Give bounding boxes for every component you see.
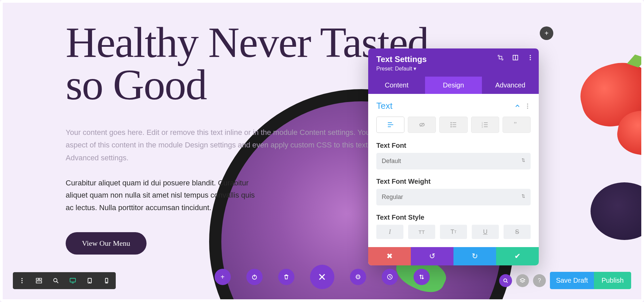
italic-button[interactable]: I bbox=[376, 225, 403, 239]
trash-button[interactable] bbox=[278, 269, 294, 285]
phone-view-button[interactable] bbox=[98, 273, 115, 288]
undo-icon: ↺ bbox=[429, 252, 435, 261]
panel-tabs: Content Design Advanced bbox=[368, 77, 539, 94]
kebab-icon[interactable] bbox=[527, 54, 534, 61]
builder-menu-button[interactable] bbox=[14, 273, 30, 288]
type-link-button[interactable] bbox=[408, 117, 436, 133]
svg-point-40 bbox=[106, 282, 107, 283]
style-label: Text Font Style bbox=[376, 214, 531, 221]
font-label: Text Font bbox=[376, 142, 531, 149]
section-title-text[interactable]: Text bbox=[376, 101, 393, 111]
font-select[interactable]: Default⇅ bbox=[376, 153, 531, 169]
redo-button[interactable]: ↻ bbox=[453, 247, 496, 265]
viewport-toolbar bbox=[13, 272, 116, 289]
type-quote-button[interactable]: ” bbox=[503, 117, 531, 133]
close-icon: ✖ bbox=[386, 252, 393, 261]
svg-rect-0 bbox=[499, 56, 502, 59]
wireframe-view-button[interactable] bbox=[30, 273, 47, 288]
tab-content[interactable]: Content bbox=[368, 77, 425, 94]
svg-rect-31 bbox=[39, 278, 42, 280]
text-settings-panel: Text Settings Preset: Default ▾ Content … bbox=[368, 48, 539, 265]
svg-point-16 bbox=[451, 124, 451, 125]
layers-button[interactable] bbox=[516, 274, 529, 287]
svg-point-7 bbox=[527, 105, 528, 106]
page-settings-button[interactable]: ⚙ bbox=[350, 269, 366, 285]
svg-rect-30 bbox=[36, 278, 39, 280]
editor-canvas[interactable]: Healthy Never Tasted so Good Your conten… bbox=[3, 3, 641, 299]
undo-button[interactable]: ↺ bbox=[411, 247, 453, 265]
type-paragraph-button[interactable] bbox=[376, 117, 404, 133]
builder-center-controls: + ✕ ⚙ bbox=[215, 265, 430, 289]
confirm-button[interactable]: ✔ bbox=[496, 247, 539, 265]
strikethrough-button[interactable]: S bbox=[504, 225, 531, 239]
svg-point-4 bbox=[530, 57, 531, 58]
svg-point-14 bbox=[451, 122, 451, 123]
up-down-caret-icon: ⇅ bbox=[521, 158, 525, 163]
svg-point-3 bbox=[530, 55, 531, 56]
panel-body: Text 123 ” Text Font Default⇅ Text Font … bbox=[368, 94, 539, 247]
tablet-view-button[interactable] bbox=[81, 273, 98, 288]
sub-paragraph[interactable]: Curabitur aliquet quam id dui posuere bl… bbox=[66, 177, 259, 214]
search-button[interactable] bbox=[499, 274, 512, 287]
check-icon: ✔ bbox=[514, 252, 520, 261]
svg-point-5 bbox=[530, 59, 531, 60]
svg-point-8 bbox=[527, 107, 528, 108]
close-builder-button[interactable]: ✕ bbox=[310, 265, 334, 289]
tab-advanced[interactable]: Advanced bbox=[482, 77, 539, 94]
publish-button[interactable]: Publish bbox=[594, 272, 631, 289]
help-button[interactable]: ? bbox=[533, 274, 546, 287]
kebab-icon[interactable] bbox=[525, 103, 531, 109]
builder-right-controls: ? Save Draft Publish bbox=[499, 272, 631, 289]
plus-icon: + bbox=[545, 29, 549, 37]
save-draft-button[interactable]: Save Draft bbox=[550, 272, 594, 289]
svg-line-45 bbox=[507, 282, 508, 283]
type-ul-button[interactable] bbox=[439, 117, 467, 133]
weight-select[interactable]: Regular⇅ bbox=[376, 189, 531, 205]
svg-text:3: 3 bbox=[482, 126, 483, 128]
gear-icon: ⚙ bbox=[355, 273, 361, 281]
panel-header: Text Settings Preset: Default ▾ bbox=[368, 48, 539, 77]
desktop-view-button[interactable] bbox=[64, 273, 81, 288]
svg-point-44 bbox=[504, 279, 507, 282]
question-icon: ? bbox=[538, 278, 541, 284]
blackberry-image bbox=[591, 182, 641, 240]
snap-icon[interactable] bbox=[512, 54, 519, 61]
power-button[interactable] bbox=[246, 269, 263, 285]
zoom-button[interactable] bbox=[47, 273, 64, 288]
svg-point-28 bbox=[21, 280, 23, 281]
panel-actions: ✖ ↺ ↻ ✔ bbox=[368, 247, 539, 265]
svg-point-38 bbox=[89, 282, 90, 283]
history-button[interactable] bbox=[382, 269, 398, 285]
uppercase-button[interactable]: TT bbox=[408, 225, 435, 239]
svg-point-6 bbox=[527, 103, 528, 104]
underline-button[interactable]: U bbox=[472, 225, 499, 239]
panel-preset[interactable]: Preset: Default ▾ bbox=[376, 65, 531, 72]
plus-icon: + bbox=[221, 273, 225, 281]
svg-text:”: ” bbox=[514, 121, 517, 128]
smallcaps-button[interactable]: TT bbox=[440, 225, 467, 239]
svg-point-33 bbox=[54, 279, 57, 282]
text-type-selector: 123 ” bbox=[376, 117, 531, 133]
svg-rect-32 bbox=[36, 281, 42, 283]
svg-rect-35 bbox=[70, 278, 75, 282]
expand-icon[interactable] bbox=[497, 54, 504, 61]
cancel-button[interactable]: ✖ bbox=[368, 247, 411, 265]
svg-point-18 bbox=[451, 126, 451, 127]
up-down-caret-icon: ⇅ bbox=[521, 194, 525, 199]
svg-point-29 bbox=[21, 282, 23, 283]
portability-button[interactable] bbox=[414, 269, 430, 285]
svg-line-34 bbox=[57, 282, 59, 283]
chevron-up-icon[interactable] bbox=[514, 103, 520, 109]
tab-design[interactable]: Design bbox=[425, 77, 482, 94]
svg-point-27 bbox=[21, 278, 23, 279]
close-icon: ✕ bbox=[318, 271, 326, 283]
view-menu-button[interactable]: View Our Menu bbox=[66, 232, 147, 255]
add-section-button[interactable]: + bbox=[540, 26, 553, 40]
redo-icon: ↻ bbox=[472, 252, 478, 261]
weight-label: Text Font Weight bbox=[376, 178, 531, 185]
type-ol-button[interactable]: 123 bbox=[471, 117, 499, 133]
add-module-button[interactable]: + bbox=[215, 269, 231, 285]
